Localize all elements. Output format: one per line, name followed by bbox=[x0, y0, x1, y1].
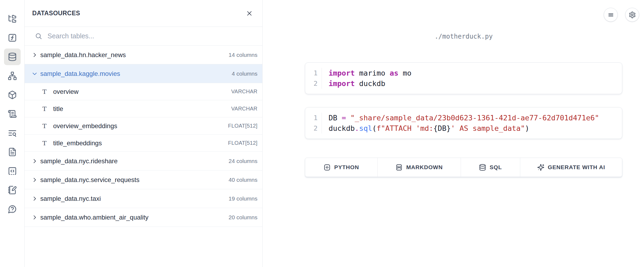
database-icon bbox=[479, 164, 486, 171]
markdown-square-icon bbox=[395, 164, 403, 171]
text-type-icon: T bbox=[42, 123, 50, 129]
box-icon bbox=[8, 90, 17, 99]
add-cell-button-row: PYTHONMARKDOWNSQLGENERATE WITH AI bbox=[305, 158, 622, 177]
line-number-gutter: 12 bbox=[305, 68, 322, 89]
list-search-icon bbox=[8, 128, 17, 138]
code-editor[interactable]: import marimo as moimport duckdb bbox=[322, 68, 412, 89]
column-row[interactable]: TtitleVARCHAR bbox=[25, 100, 262, 117]
column-row[interactable]: ToverviewVARCHAR bbox=[25, 83, 262, 100]
table-row[interactable]: sample_data.who.ambient_air_quality20 co… bbox=[25, 208, 262, 227]
database-icon bbox=[8, 52, 17, 61]
chevron-right-icon bbox=[32, 177, 38, 183]
table-columns-count: 4 columns bbox=[232, 71, 257, 77]
table-row[interactable]: sample_data.hn.hacker_news14 columns bbox=[25, 46, 262, 64]
add-cell-button-python[interactable]: PYTHON bbox=[305, 158, 377, 177]
column-type: VARCHAR bbox=[231, 106, 257, 112]
column-name: title bbox=[53, 105, 63, 113]
activity-item-packages[interactable] bbox=[4, 87, 21, 103]
gear-icon bbox=[629, 11, 636, 18]
table-name: sample_data.kaggle.movies bbox=[40, 70, 120, 77]
column-row[interactable]: Ttitle_embeddingsFLOAT[512] bbox=[25, 135, 262, 152]
column-row[interactable]: Toverview_embeddingsFLOAT[512] bbox=[25, 117, 262, 135]
add-cell-button-generate-with-ai[interactable]: GENERATE WITH AI bbox=[520, 158, 622, 177]
activity-bar bbox=[0, 0, 25, 267]
table-list: sample_data.hn.hacker_news14 columnssamp… bbox=[25, 46, 262, 227]
code-cell: 12DB = "_share/sample_data/23b0d623-1361… bbox=[305, 107, 622, 139]
line-number-gutter: 12 bbox=[305, 113, 322, 134]
activity-item-dependencies[interactable] bbox=[4, 68, 21, 84]
chat-question-icon bbox=[8, 205, 17, 214]
code-square-icon bbox=[323, 164, 331, 171]
table-row[interactable]: sample_data.nyc.taxi19 columns bbox=[25, 189, 262, 208]
table-columns-count: 14 columns bbox=[229, 52, 257, 58]
text-type-icon: T bbox=[42, 88, 50, 95]
activity-item-help[interactable] bbox=[4, 201, 21, 217]
activity-item-file-explorer[interactable] bbox=[4, 10, 21, 27]
chevron-right-icon bbox=[32, 158, 38, 164]
scroll-text-icon bbox=[8, 109, 17, 118]
table-row[interactable]: sample_data.nyc.rideshare24 columns bbox=[25, 152, 262, 170]
column-name: title_embeddings bbox=[53, 139, 102, 147]
close-panel-button[interactable] bbox=[243, 8, 255, 19]
activity-item-datasources[interactable] bbox=[4, 49, 21, 65]
add-cell-button-label: MARKDOWN bbox=[406, 164, 443, 170]
add-cell-button-markdown[interactable]: MARKDOWN bbox=[377, 158, 461, 177]
notebook-file-title: ./motherduck.py bbox=[305, 33, 622, 40]
line-number: 1 bbox=[305, 113, 318, 123]
table-columns-count: 24 columns bbox=[229, 158, 257, 164]
table-row[interactable]: sample_data.nyc.service_requests40 colum… bbox=[25, 170, 262, 189]
table-columns-count: 19 columns bbox=[229, 195, 257, 202]
menu-icon bbox=[607, 11, 614, 18]
add-cell-button-label: PYTHON bbox=[334, 164, 359, 170]
activity-item-logs[interactable] bbox=[4, 106, 21, 122]
table-name: sample_data.hn.hacker_news bbox=[40, 51, 126, 59]
file-text-icon bbox=[8, 147, 17, 157]
activity-item-scratchpad[interactable] bbox=[4, 182, 21, 198]
code-square-dashed-icon bbox=[8, 166, 17, 176]
code-line: import marimo as mo bbox=[329, 68, 412, 78]
close-icon bbox=[246, 10, 253, 17]
line-number: 2 bbox=[305, 78, 318, 89]
column-type: FLOAT[512] bbox=[228, 140, 257, 146]
table-name: sample_data.nyc.rideshare bbox=[40, 157, 118, 165]
column-name: overview bbox=[53, 88, 79, 95]
code-editor[interactable]: DB = "_share/sample_data/23b0d623-1361-4… bbox=[322, 113, 599, 134]
add-cell-button-label: GENERATE WITH AI bbox=[548, 164, 605, 170]
activity-item-log-search[interactable] bbox=[4, 125, 21, 141]
activity-item-variables[interactable] bbox=[4, 29, 21, 46]
activity-item-documentation[interactable] bbox=[4, 144, 21, 160]
table-name: sample_data.nyc.taxi bbox=[40, 195, 101, 202]
chevron-down-icon bbox=[32, 71, 38, 77]
add-cell-button-sql[interactable]: SQL bbox=[461, 158, 520, 177]
add-cell-button-label: SQL bbox=[490, 164, 502, 170]
folder-tree-icon bbox=[8, 14, 17, 23]
activity-item-snippets[interactable] bbox=[4, 163, 21, 179]
table-name: sample_data.who.ambient_air_quality bbox=[40, 214, 148, 221]
notebook-pen-icon bbox=[8, 186, 17, 195]
settings-button[interactable] bbox=[625, 8, 639, 22]
notebook-menu-button[interactable] bbox=[604, 8, 618, 22]
datasources-panel: DATASOURCES sample_data.hn.hacker_news14… bbox=[25, 0, 263, 267]
search-input[interactable] bbox=[48, 32, 257, 40]
chevron-right-icon bbox=[32, 214, 38, 220]
code-line: import duckdb bbox=[329, 78, 412, 89]
chevron-right-icon bbox=[32, 196, 38, 202]
panel-header: DATASOURCES bbox=[25, 0, 262, 27]
function-square-icon bbox=[8, 33, 17, 42]
chevron-right-icon bbox=[32, 52, 38, 58]
code-line: DB = "_share/sample_data/23b0d623-1361-4… bbox=[329, 113, 599, 123]
table-name: sample_data.nyc.service_requests bbox=[40, 176, 140, 184]
text-type-icon: T bbox=[42, 140, 50, 147]
line-number: 1 bbox=[305, 68, 318, 78]
line-number: 2 bbox=[305, 123, 318, 134]
column-type: VARCHAR bbox=[231, 88, 257, 95]
column-type: FLOAT[512] bbox=[228, 123, 257, 129]
code-line: duckdb.sql(f"ATTACH 'md:{DB}' AS sample_… bbox=[329, 123, 599, 134]
table-columns-count: 20 columns bbox=[229, 214, 257, 221]
text-type-icon: T bbox=[42, 105, 50, 112]
search-icon bbox=[35, 32, 42, 40]
table-row[interactable]: sample_data.kaggle.movies4 columns bbox=[25, 64, 262, 83]
network-icon bbox=[8, 71, 17, 80]
panel-title: DATASOURCES bbox=[32, 10, 243, 17]
code-cell: 12import marimo as moimport duckdb bbox=[305, 62, 622, 94]
